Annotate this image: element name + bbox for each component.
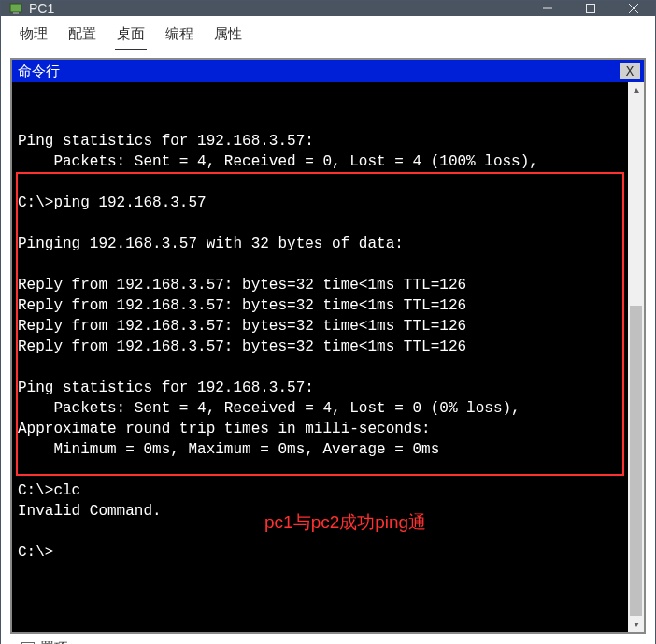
- terminal-line: Packets: Sent = 4, Received = 0, Lost = …: [18, 151, 622, 172]
- titlebar: PC1: [1, 1, 655, 16]
- content-area: 命令行 X Ping statistics for 192.168.3.57: …: [1, 50, 655, 644]
- app-icon: [8, 1, 23, 16]
- terminal-line: Packets: Sent = 4, Received = 4, Lost = …: [18, 398, 622, 419]
- scroll-track[interactable]: [628, 98, 644, 616]
- svg-rect-3: [587, 5, 595, 13]
- terminal-line: Invalid Command.: [18, 501, 622, 522]
- app-window: PC1 物理 配置 桌面 编程 属性 命令行 X P: [0, 0, 656, 644]
- top-checkbox-label: 置项: [40, 639, 68, 644]
- terminal-line: Minimum = 0ms, Maximum = 0ms, Average = …: [18, 439, 622, 460]
- tab-physical[interactable]: 物理: [18, 21, 50, 50]
- tab-attributes[interactable]: 属性: [212, 21, 244, 50]
- svg-marker-7: [634, 623, 639, 627]
- command-prompt-close-button[interactable]: X: [620, 63, 640, 79]
- terminal-line: [18, 522, 622, 542]
- terminal-line: [18, 460, 622, 480]
- maximize-button[interactable]: [569, 1, 612, 16]
- command-prompt-window: 命令行 X Ping statistics for 192.168.3.57: …: [10, 58, 646, 634]
- footer: 置项: [10, 634, 646, 644]
- terminal-scroll-area: Ping statistics for 192.168.3.57: Packet…: [12, 82, 644, 632]
- terminal-line: [18, 172, 622, 193]
- tab-config[interactable]: 配置: [66, 21, 98, 50]
- close-button[interactable]: [612, 1, 655, 16]
- scroll-down-button[interactable]: [628, 616, 644, 632]
- terminal-line: Ping statistics for 192.168.3.57:: [18, 131, 622, 151]
- tab-programming[interactable]: 编程: [164, 21, 195, 50]
- svg-rect-1: [13, 12, 19, 14]
- command-prompt-header: 命令行 X: [12, 60, 644, 82]
- svg-marker-6: [634, 88, 639, 93]
- terminal-line: Approximate round trip times in milli-se…: [18, 419, 622, 439]
- terminal-line: [18, 254, 622, 275]
- terminal-output[interactable]: Ping statistics for 192.168.3.57: Packet…: [12, 82, 628, 632]
- scroll-thumb[interactable]: [630, 306, 642, 616]
- window-controls: [526, 1, 655, 16]
- vertical-scrollbar[interactable]: [628, 82, 644, 632]
- terminal-line: C:\>: [18, 542, 622, 563]
- scroll-up-button[interactable]: [628, 82, 644, 98]
- terminal-line: Reply from 192.168.3.57: bytes=32 time<1…: [18, 275, 622, 295]
- terminal-line: Reply from 192.168.3.57: bytes=32 time<1…: [18, 336, 622, 357]
- terminal-line: C:\>ping 192.168.3.57: [18, 193, 622, 213]
- tab-desktop[interactable]: 桌面: [115, 21, 147, 50]
- terminal-line: C:\>clc: [18, 480, 622, 501]
- terminal-line: Reply from 192.168.3.57: bytes=32 time<1…: [18, 316, 622, 336]
- terminal-line: [18, 357, 622, 378]
- command-prompt-title: 命令行: [18, 63, 620, 80]
- terminal-line: Ping statistics for 192.168.3.57:: [18, 378, 622, 398]
- window-title: PC1: [29, 1, 526, 16]
- svg-rect-0: [10, 4, 21, 12]
- terminal-line: Pinging 192.168.3.57 with 32 bytes of da…: [18, 234, 622, 254]
- terminal-line: [18, 213, 622, 234]
- minimize-button[interactable]: [526, 1, 569, 16]
- terminal-line: Reply from 192.168.3.57: bytes=32 time<1…: [18, 295, 622, 316]
- tab-bar: 物理 配置 桌面 编程 属性: [1, 16, 655, 50]
